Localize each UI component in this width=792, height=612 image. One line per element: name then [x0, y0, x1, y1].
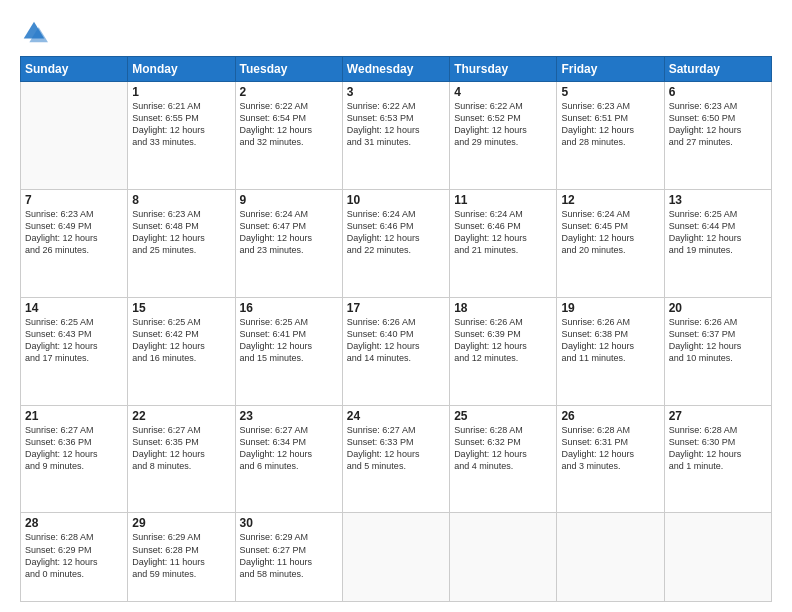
- day-cell: 8Sunrise: 6:23 AM Sunset: 6:48 PM Daylig…: [128, 189, 235, 297]
- week-row-4: 28Sunrise: 6:28 AM Sunset: 6:29 PM Dayli…: [21, 513, 772, 602]
- day-info: Sunrise: 6:25 AM Sunset: 6:43 PM Dayligh…: [25, 316, 123, 365]
- day-info: Sunrise: 6:26 AM Sunset: 6:38 PM Dayligh…: [561, 316, 659, 365]
- day-cell: 19Sunrise: 6:26 AM Sunset: 6:38 PM Dayli…: [557, 297, 664, 405]
- day-info: Sunrise: 6:25 AM Sunset: 6:42 PM Dayligh…: [132, 316, 230, 365]
- day-cell: 15Sunrise: 6:25 AM Sunset: 6:42 PM Dayli…: [128, 297, 235, 405]
- day-info: Sunrise: 6:29 AM Sunset: 6:28 PM Dayligh…: [132, 531, 230, 580]
- day-info: Sunrise: 6:29 AM Sunset: 6:27 PM Dayligh…: [240, 531, 338, 580]
- day-info: Sunrise: 6:28 AM Sunset: 6:30 PM Dayligh…: [669, 424, 767, 473]
- day-number: 3: [347, 85, 445, 99]
- week-row-1: 7Sunrise: 6:23 AM Sunset: 6:49 PM Daylig…: [21, 189, 772, 297]
- week-row-3: 21Sunrise: 6:27 AM Sunset: 6:36 PM Dayli…: [21, 405, 772, 513]
- day-number: 22: [132, 409, 230, 423]
- day-cell: 10Sunrise: 6:24 AM Sunset: 6:46 PM Dayli…: [342, 189, 449, 297]
- day-cell: [342, 513, 449, 602]
- day-number: 30: [240, 516, 338, 530]
- day-info: Sunrise: 6:24 AM Sunset: 6:46 PM Dayligh…: [454, 208, 552, 257]
- day-info: Sunrise: 6:22 AM Sunset: 6:53 PM Dayligh…: [347, 100, 445, 149]
- day-number: 18: [454, 301, 552, 315]
- day-number: 1: [132, 85, 230, 99]
- day-cell: 26Sunrise: 6:28 AM Sunset: 6:31 PM Dayli…: [557, 405, 664, 513]
- day-number: 8: [132, 193, 230, 207]
- day-info: Sunrise: 6:23 AM Sunset: 6:48 PM Dayligh…: [132, 208, 230, 257]
- day-cell: 9Sunrise: 6:24 AM Sunset: 6:47 PM Daylig…: [235, 189, 342, 297]
- page: SundayMondayTuesdayWednesdayThursdayFrid…: [0, 0, 792, 612]
- week-row-2: 14Sunrise: 6:25 AM Sunset: 6:43 PM Dayli…: [21, 297, 772, 405]
- day-cell: 16Sunrise: 6:25 AM Sunset: 6:41 PM Dayli…: [235, 297, 342, 405]
- day-number: 19: [561, 301, 659, 315]
- day-number: 14: [25, 301, 123, 315]
- day-info: Sunrise: 6:22 AM Sunset: 6:54 PM Dayligh…: [240, 100, 338, 149]
- day-cell: 29Sunrise: 6:29 AM Sunset: 6:28 PM Dayli…: [128, 513, 235, 602]
- col-header-monday: Monday: [128, 57, 235, 82]
- header-row: SundayMondayTuesdayWednesdayThursdayFrid…: [21, 57, 772, 82]
- day-info: Sunrise: 6:27 AM Sunset: 6:36 PM Dayligh…: [25, 424, 123, 473]
- day-info: Sunrise: 6:28 AM Sunset: 6:32 PM Dayligh…: [454, 424, 552, 473]
- day-number: 28: [25, 516, 123, 530]
- day-cell: 27Sunrise: 6:28 AM Sunset: 6:30 PM Dayli…: [664, 405, 771, 513]
- day-cell: 30Sunrise: 6:29 AM Sunset: 6:27 PM Dayli…: [235, 513, 342, 602]
- col-header-sunday: Sunday: [21, 57, 128, 82]
- day-cell: 18Sunrise: 6:26 AM Sunset: 6:39 PM Dayli…: [450, 297, 557, 405]
- day-cell: 1Sunrise: 6:21 AM Sunset: 6:55 PM Daylig…: [128, 82, 235, 190]
- calendar-table: SundayMondayTuesdayWednesdayThursdayFrid…: [20, 56, 772, 602]
- day-number: 25: [454, 409, 552, 423]
- day-cell: 21Sunrise: 6:27 AM Sunset: 6:36 PM Dayli…: [21, 405, 128, 513]
- day-cell: 11Sunrise: 6:24 AM Sunset: 6:46 PM Dayli…: [450, 189, 557, 297]
- day-number: 13: [669, 193, 767, 207]
- day-cell: [21, 82, 128, 190]
- day-number: 27: [669, 409, 767, 423]
- day-number: 20: [669, 301, 767, 315]
- day-cell: [557, 513, 664, 602]
- day-info: Sunrise: 6:21 AM Sunset: 6:55 PM Dayligh…: [132, 100, 230, 149]
- day-number: 23: [240, 409, 338, 423]
- day-number: 21: [25, 409, 123, 423]
- day-number: 24: [347, 409, 445, 423]
- day-cell: 24Sunrise: 6:27 AM Sunset: 6:33 PM Dayli…: [342, 405, 449, 513]
- day-number: 5: [561, 85, 659, 99]
- day-cell: 12Sunrise: 6:24 AM Sunset: 6:45 PM Dayli…: [557, 189, 664, 297]
- day-cell: 23Sunrise: 6:27 AM Sunset: 6:34 PM Dayli…: [235, 405, 342, 513]
- day-cell: 6Sunrise: 6:23 AM Sunset: 6:50 PM Daylig…: [664, 82, 771, 190]
- day-cell: 25Sunrise: 6:28 AM Sunset: 6:32 PM Dayli…: [450, 405, 557, 513]
- day-number: 9: [240, 193, 338, 207]
- day-number: 7: [25, 193, 123, 207]
- day-number: 15: [132, 301, 230, 315]
- header: [20, 18, 772, 46]
- day-number: 29: [132, 516, 230, 530]
- day-info: Sunrise: 6:25 AM Sunset: 6:44 PM Dayligh…: [669, 208, 767, 257]
- day-info: Sunrise: 6:23 AM Sunset: 6:49 PM Dayligh…: [25, 208, 123, 257]
- day-number: 10: [347, 193, 445, 207]
- col-header-tuesday: Tuesday: [235, 57, 342, 82]
- day-cell: 5Sunrise: 6:23 AM Sunset: 6:51 PM Daylig…: [557, 82, 664, 190]
- day-info: Sunrise: 6:26 AM Sunset: 6:39 PM Dayligh…: [454, 316, 552, 365]
- day-cell: 3Sunrise: 6:22 AM Sunset: 6:53 PM Daylig…: [342, 82, 449, 190]
- day-number: 17: [347, 301, 445, 315]
- day-info: Sunrise: 6:23 AM Sunset: 6:50 PM Dayligh…: [669, 100, 767, 149]
- day-cell: 13Sunrise: 6:25 AM Sunset: 6:44 PM Dayli…: [664, 189, 771, 297]
- day-info: Sunrise: 6:23 AM Sunset: 6:51 PM Dayligh…: [561, 100, 659, 149]
- day-cell: 28Sunrise: 6:28 AM Sunset: 6:29 PM Dayli…: [21, 513, 128, 602]
- day-info: Sunrise: 6:27 AM Sunset: 6:34 PM Dayligh…: [240, 424, 338, 473]
- day-cell: 14Sunrise: 6:25 AM Sunset: 6:43 PM Dayli…: [21, 297, 128, 405]
- day-cell: 2Sunrise: 6:22 AM Sunset: 6:54 PM Daylig…: [235, 82, 342, 190]
- day-number: 16: [240, 301, 338, 315]
- day-info: Sunrise: 6:24 AM Sunset: 6:45 PM Dayligh…: [561, 208, 659, 257]
- day-cell: [664, 513, 771, 602]
- day-info: Sunrise: 6:22 AM Sunset: 6:52 PM Dayligh…: [454, 100, 552, 149]
- day-cell: 7Sunrise: 6:23 AM Sunset: 6:49 PM Daylig…: [21, 189, 128, 297]
- day-cell: 17Sunrise: 6:26 AM Sunset: 6:40 PM Dayli…: [342, 297, 449, 405]
- day-info: Sunrise: 6:27 AM Sunset: 6:33 PM Dayligh…: [347, 424, 445, 473]
- day-cell: 22Sunrise: 6:27 AM Sunset: 6:35 PM Dayli…: [128, 405, 235, 513]
- day-number: 11: [454, 193, 552, 207]
- logo-icon: [20, 18, 48, 46]
- day-info: Sunrise: 6:27 AM Sunset: 6:35 PM Dayligh…: [132, 424, 230, 473]
- day-number: 2: [240, 85, 338, 99]
- day-info: Sunrise: 6:24 AM Sunset: 6:47 PM Dayligh…: [240, 208, 338, 257]
- logo: [20, 18, 52, 46]
- day-cell: 20Sunrise: 6:26 AM Sunset: 6:37 PM Dayli…: [664, 297, 771, 405]
- col-header-friday: Friday: [557, 57, 664, 82]
- day-number: 12: [561, 193, 659, 207]
- day-info: Sunrise: 6:25 AM Sunset: 6:41 PM Dayligh…: [240, 316, 338, 365]
- col-header-wednesday: Wednesday: [342, 57, 449, 82]
